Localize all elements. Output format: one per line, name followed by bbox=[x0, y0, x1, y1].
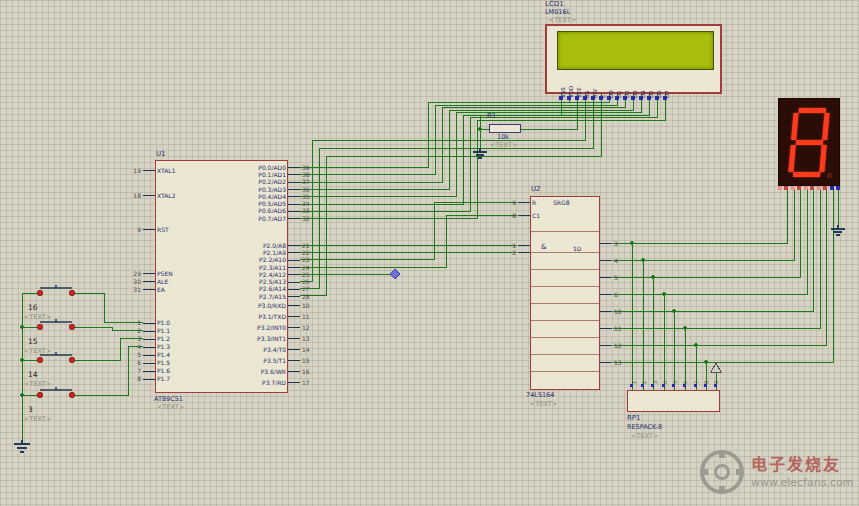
button-terminal[interactable] bbox=[37, 392, 42, 397]
push-button-symbol[interactable] bbox=[16, 319, 86, 339]
button-terminal[interactable] bbox=[37, 357, 42, 362]
push-button[interactable]: 3 <TEXT> bbox=[16, 383, 86, 427]
button-terminal[interactable] bbox=[69, 357, 74, 362]
button-label: 14 bbox=[28, 370, 38, 379]
button-label: 3 bbox=[28, 405, 33, 414]
watermark-brand: 电子发烧友 bbox=[751, 455, 853, 476]
button-terminal[interactable] bbox=[37, 324, 42, 329]
watermark-site: www.elecfans.com bbox=[751, 476, 853, 489]
button-terminal[interactable] bbox=[69, 324, 74, 329]
watermark: 电子发烧友 www.elecfans.com bbox=[700, 443, 858, 501]
schematic-canvas[interactable]: LCD1 LM016L <TEXT> VSSVDDVEERSRWED0D1D2D… bbox=[0, 0, 859, 506]
elecfans-logo-icon bbox=[700, 450, 744, 494]
push-button-symbol[interactable] bbox=[16, 387, 86, 407]
button-label: 16 bbox=[28, 303, 38, 312]
button-terminal[interactable] bbox=[69, 392, 74, 397]
button-terminal[interactable] bbox=[69, 290, 74, 295]
button-terminal[interactable] bbox=[37, 290, 42, 295]
push-buttons: 16 <TEXT> 15 <TEXT> 14 <TEXT> bbox=[0, 0, 859, 506]
push-button-symbol[interactable] bbox=[16, 285, 86, 305]
button-label: 15 bbox=[28, 337, 38, 346]
push-button-symbol[interactable] bbox=[16, 352, 86, 372]
button-note: <TEXT> bbox=[24, 415, 51, 423]
